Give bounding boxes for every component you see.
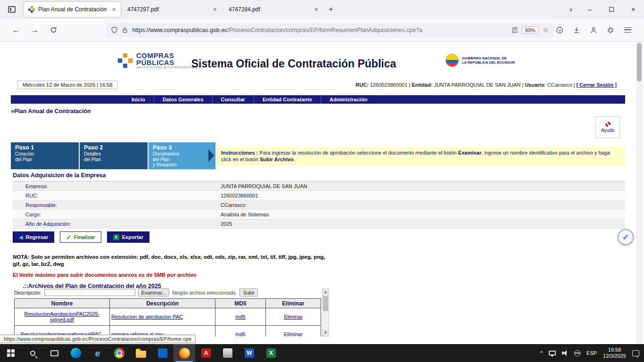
page-scrollbar[interactable] — [636, 41, 643, 344]
edge-icon — [71, 348, 81, 358]
table-row: Año de Adquisición: 2025 — [13, 219, 625, 229]
start-button[interactable] — [0, 344, 22, 362]
chrome-icon — [114, 348, 124, 358]
table-row: RUC: 1260023860001 — [13, 191, 625, 200]
nav-item-inicio[interactable]: Inicio — [123, 95, 154, 104]
tab-close-icon[interactable]: × — [112, 6, 116, 13]
taskbar-search-button[interactable] — [22, 344, 43, 362]
eliminar-link[interactable]: Eliminar — [284, 331, 303, 337]
descripcion-input[interactable] — [44, 289, 135, 296]
nav-item-consultar[interactable]: Consultar — [212, 95, 254, 104]
help-lifebuoy-icon — [605, 122, 611, 127]
ayuda-button[interactable]: Ayuda — [595, 116, 620, 138]
url-text[interactable]: https://www.compraspublicas.gob.ec/Proce… — [132, 27, 507, 33]
taskbar-word[interactable]: W — [239, 344, 260, 362]
action-center-icon[interactable] — [632, 350, 639, 356]
new-tab-button[interactable]: + — [323, 5, 339, 14]
taskbar-file-explorer[interactable] — [130, 344, 152, 362]
network-icon[interactable] — [574, 350, 580, 356]
no-file-text: Ningún archivo seleccionado. — [172, 290, 237, 296]
tab-title: Plan Anual de Contratación — [38, 6, 108, 13]
tab-title: 4747297.pdf — [127, 6, 209, 13]
scrollbar-thumb[interactable] — [323, 296, 328, 311]
scroll-down-icon[interactable]: ▼ — [322, 329, 329, 336]
file-name-link[interactable]: ResolucionAprobacionPAC2025-signed.pdf — [24, 311, 99, 322]
taskbar-app-blue[interactable] — [152, 344, 173, 362]
url-bar[interactable]: https://www.compraspublicas.gob.ec/Proce… — [106, 23, 553, 38]
check-icon: ✓ — [66, 234, 71, 241]
taskbar-chrome[interactable] — [108, 344, 130, 362]
extensions-icon[interactable] — [604, 24, 617, 36]
taskbar-app-gray[interactable] — [217, 344, 239, 362]
nav-item-entidad-contratante[interactable]: Entidad Contratante — [254, 95, 321, 104]
forward-button[interactable]: → — [26, 23, 43, 38]
session-bar: Miércoles 12 de Marzo de 2025 | 16:58 RU… — [17, 81, 617, 89]
taskbar-edge[interactable] — [65, 344, 87, 362]
taskbar-acrobat[interactable]: A — [195, 344, 217, 362]
windows-logo-icon — [7, 349, 15, 357]
tab-pdf-2[interactable]: 4747284.pdf × — [224, 2, 323, 17]
exportar-button[interactable]: X Exportar — [107, 231, 149, 243]
eliminar-link[interactable]: Eliminar — [284, 314, 303, 320]
display-tray-icon[interactable] — [549, 351, 556, 355]
search-icon — [30, 351, 35, 356]
downloads-icon[interactable] — [570, 24, 583, 36]
minimize-button[interactable]: – — [579, 0, 601, 19]
language-indicator[interactable]: ESP — [586, 350, 597, 356]
internet-explorer-icon: e — [95, 349, 100, 358]
taskbar-clock[interactable]: 16:58 12/3/2025 — [603, 347, 626, 359]
zoom-level-chip[interactable]: 90% — [522, 26, 539, 34]
subir-button[interactable]: Subir — [239, 288, 258, 296]
reload-icon — [50, 26, 57, 33]
tab-close-icon[interactable]: × — [314, 6, 318, 13]
file-explorer-icon — [136, 351, 146, 358]
taskbar-excel[interactable]: X — [260, 344, 282, 362]
action-buttons: ◀ Regresar ✓ Finalizar X Exportar — [13, 231, 149, 243]
inner-scrollbar[interactable]: ▲ ▼ — [322, 288, 329, 337]
taskbar-ie[interactable]: e — [87, 344, 108, 362]
step-arrow-icon — [208, 149, 214, 162]
floating-check-badge[interactable]: ✓ — [618, 229, 634, 245]
examinar-button[interactable]: Examinar... — [138, 288, 170, 296]
pocket-icon[interactable] — [553, 24, 566, 36]
volume-icon[interactable] — [562, 350, 568, 356]
tab-plan-anual[interactable]: Plan Anual de Contratación × — [24, 2, 121, 17]
lock-icon[interactable] — [122, 27, 128, 33]
nav-item-administracion[interactable]: Administración — [321, 95, 376, 104]
clock-time: 16:58 — [608, 347, 621, 353]
maximize-button[interactable] — [601, 0, 622, 19]
system-tray: ^ ESP 16:58 12/3/2025 — [540, 344, 644, 362]
gray-app-icon — [223, 348, 232, 358]
browser-tab-bar: Plan Anual de Contratación × 4747297.pdf… — [0, 0, 644, 19]
md5-link[interactable]: md5 — [235, 314, 245, 320]
maximize-icon — [609, 7, 614, 12]
close-window-button[interactable]: × — [622, 0, 644, 19]
finalizar-button[interactable]: ✓ Finalizar — [60, 231, 101, 243]
file-description-link[interactable]: Resolucion de aprobacion PAC — [111, 314, 183, 320]
scroll-up-icon[interactable]: ▲ — [322, 289, 329, 296]
screen: Plan Anual de Contratación × 4747297.pdf… — [0, 0, 644, 362]
reload-button[interactable] — [45, 23, 62, 38]
cerrar-sesion-link[interactable]: [ Cerrar Sesión ] — [576, 82, 617, 88]
firefox-view-icon[interactable] — [5, 2, 19, 16]
task-view-button[interactable] — [43, 344, 65, 362]
account-icon[interactable] — [587, 24, 600, 36]
firefox-icon — [179, 348, 190, 359]
page-scrollbar-thumb[interactable] — [637, 43, 642, 82]
breadcrumb: »Plan Anual de Contratación — [11, 108, 91, 115]
back-button[interactable]: ← — [8, 23, 25, 38]
hidden-icons-chevron[interactable]: ^ — [540, 350, 543, 356]
session-info: RUC: 1260023860001 | Entidad: JUNTA PARR… — [355, 82, 617, 88]
md5-link[interactable]: md5 — [235, 331, 245, 337]
nav-item-datos-generales[interactable]: Datos Generales — [154, 95, 212, 104]
menu-icon[interactable] — [621, 24, 634, 36]
regresar-button[interactable]: ◀ Regresar — [13, 231, 54, 243]
tab-pdf-1[interactable]: 4747297.pdf × — [123, 2, 222, 17]
reader-mode-icon[interactable] — [512, 27, 518, 33]
tracking-shield-icon[interactable] — [111, 26, 118, 33]
limite-warning: El límite máximo para subir documentos a… — [13, 272, 197, 278]
bookmark-star-icon[interactable]: ☆ — [543, 26, 549, 34]
taskbar-firefox-active[interactable] — [173, 344, 195, 362]
tab-close-icon[interactable]: × — [213, 6, 217, 13]
list-all-tabs-icon[interactable]: ∨ — [563, 7, 579, 13]
